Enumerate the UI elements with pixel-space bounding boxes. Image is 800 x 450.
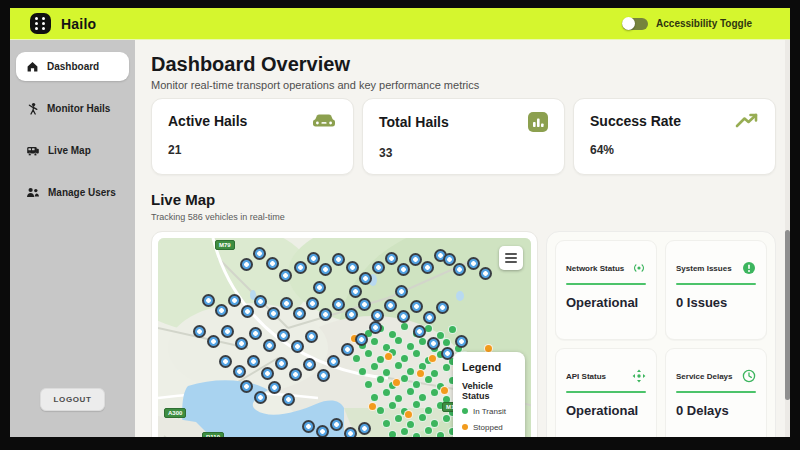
vehicle-marker-blue[interactable] — [241, 305, 254, 318]
vehicle-marker-blue[interactable] — [319, 263, 332, 276]
vehicle-marker-orange[interactable] — [428, 354, 437, 363]
vertical-scrollbar[interactable] — [785, 40, 790, 437]
vehicle-marker-green[interactable] — [376, 406, 385, 415]
vehicle-marker-blue[interactable] — [395, 285, 408, 298]
vehicle-marker-green[interactable] — [370, 337, 379, 346]
vehicle-marker-blue[interactable] — [358, 422, 371, 435]
map-layers-button[interactable] — [499, 246, 523, 270]
vehicle-marker-blue[interactable] — [253, 247, 266, 260]
vehicle-marker-blue[interactable] — [319, 308, 332, 321]
vehicle-marker-blue[interactable] — [332, 253, 345, 266]
scrollbar-thumb[interactable] — [785, 230, 790, 400]
vehicle-marker-blue[interactable] — [455, 335, 468, 348]
sidebar-item-monitor-hails[interactable]: Monitor Hails — [16, 94, 129, 123]
vehicle-marker-green[interactable] — [436, 431, 445, 437]
vehicle-marker-blue[interactable] — [410, 300, 423, 313]
vehicle-marker-orange[interactable] — [404, 410, 413, 419]
vehicle-marker-green[interactable] — [412, 400, 421, 409]
vehicle-marker-blue[interactable] — [307, 252, 320, 265]
vehicle-marker-blue[interactable] — [261, 367, 274, 380]
sidebar-item-live-map[interactable]: Live Map — [16, 136, 129, 165]
vehicle-marker-blue[interactable] — [344, 427, 357, 437]
vehicle-marker-blue[interactable] — [293, 307, 306, 320]
vehicle-marker-blue[interactable] — [479, 267, 492, 280]
vehicle-marker-blue[interactable] — [349, 285, 362, 298]
vehicle-marker-green[interactable] — [442, 414, 451, 423]
vehicle-marker-orange[interactable] — [384, 352, 393, 361]
vehicle-marker-blue[interactable] — [249, 327, 262, 340]
vehicle-marker-blue[interactable] — [345, 308, 358, 321]
vehicle-marker-blue[interactable] — [233, 365, 246, 378]
logout-button[interactable]: LOGOUT — [40, 388, 106, 411]
vehicle-marker-green[interactable] — [412, 349, 421, 358]
vehicle-marker-green[interactable] — [418, 337, 427, 346]
vehicle-marker-blue[interactable] — [409, 253, 422, 266]
vehicle-marker-blue[interactable] — [346, 261, 359, 274]
vehicle-marker-blue[interactable] — [228, 294, 241, 307]
vehicle-marker-blue[interactable] — [289, 368, 302, 381]
vehicle-marker-green[interactable] — [394, 414, 403, 423]
vehicle-marker-green[interactable] — [352, 354, 361, 363]
vehicle-marker-green[interactable] — [364, 349, 373, 358]
vehicle-marker-blue[interactable] — [372, 261, 385, 274]
vehicle-marker-green[interactable] — [388, 430, 397, 437]
vehicle-marker-blue[interactable] — [247, 355, 260, 368]
vehicle-marker-blue[interactable] — [254, 391, 267, 404]
vehicle-marker-orange[interactable] — [368, 402, 377, 411]
vehicle-marker-blue[interactable] — [280, 297, 293, 310]
vehicle-marker-blue[interactable] — [327, 355, 340, 368]
vehicle-marker-orange[interactable] — [392, 378, 401, 387]
vehicle-marker-green[interactable] — [376, 375, 385, 384]
vehicle-marker-green[interactable] — [388, 401, 397, 410]
vehicle-marker-blue[interactable] — [279, 269, 292, 282]
vehicle-marker-blue[interactable] — [467, 257, 480, 270]
vehicle-marker-blue[interactable] — [397, 263, 410, 276]
vehicle-marker-blue[interactable] — [275, 357, 288, 370]
vehicle-marker-blue[interactable] — [359, 272, 372, 285]
vehicle-marker-blue[interactable] — [358, 298, 371, 311]
vehicle-marker-blue[interactable] — [215, 304, 228, 317]
vehicle-marker-blue[interactable] — [397, 310, 410, 323]
vehicle-marker-blue[interactable] — [282, 393, 295, 406]
vehicle-marker-blue[interactable] — [317, 369, 330, 382]
vehicle-marker-blue[interactable] — [235, 337, 248, 350]
sidebar-item-manage-users[interactable]: Manage Users — [16, 178, 129, 207]
vehicle-marker-blue[interactable] — [369, 321, 382, 334]
vehicle-marker-green[interactable] — [400, 374, 409, 383]
vehicle-marker-green[interactable] — [448, 325, 457, 334]
vehicle-marker-green[interactable] — [358, 367, 367, 376]
vehicle-marker-blue[interactable] — [291, 340, 304, 353]
vehicle-marker-green[interactable] — [418, 413, 427, 422]
vehicle-marker-blue[interactable] — [277, 329, 290, 342]
vehicle-marker-orange[interactable] — [416, 369, 425, 378]
vehicle-marker-blue[interactable] — [221, 325, 234, 338]
vehicle-marker-green[interactable] — [364, 380, 373, 389]
vehicle-marker-blue[interactable] — [193, 325, 206, 338]
vehicle-marker-orange[interactable] — [440, 386, 449, 395]
vehicle-marker-green[interactable] — [442, 363, 451, 372]
vehicle-marker-blue[interactable] — [219, 355, 232, 368]
vehicle-marker-blue[interactable] — [423, 311, 436, 324]
vehicle-marker-green[interactable] — [430, 388, 439, 397]
vehicle-marker-blue[interactable] — [341, 343, 354, 356]
vehicle-marker-blue[interactable] — [266, 257, 279, 270]
vehicle-marker-blue[interactable] — [371, 309, 384, 322]
sidebar-item-dashboard[interactable]: Dashboard — [16, 52, 129, 81]
vehicle-marker-blue[interactable] — [384, 299, 397, 312]
vehicle-marker-blue[interactable] — [267, 307, 280, 320]
vehicle-marker-blue[interactable] — [202, 294, 215, 307]
vehicle-marker-blue[interactable] — [316, 425, 329, 437]
vehicle-marker-blue[interactable] — [453, 263, 466, 276]
vehicle-marker-blue[interactable] — [240, 258, 253, 271]
vehicle-marker-blue[interactable] — [207, 335, 220, 348]
vehicle-marker-green[interactable] — [400, 427, 409, 436]
vehicle-marker-blue[interactable] — [427, 337, 440, 350]
vehicle-marker-green[interactable] — [412, 432, 421, 437]
vehicle-marker-green[interactable] — [394, 361, 403, 370]
vehicle-marker-blue[interactable] — [330, 418, 343, 431]
vehicle-marker-green[interactable] — [400, 322, 409, 331]
vehicle-marker-green[interactable] — [424, 426, 433, 435]
vehicle-marker-blue[interactable] — [303, 358, 316, 371]
vehicle-marker-blue[interactable] — [421, 261, 434, 274]
vehicle-marker-blue[interactable] — [263, 339, 276, 352]
